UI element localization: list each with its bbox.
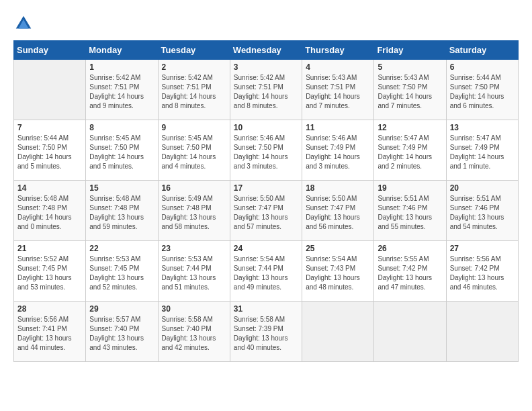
day-number: 7 [17,123,82,132]
day-info: Sunrise: 5:52 AM Sunset: 7:45 PM Dayligh… [17,255,82,292]
sunrise-label: Sunrise: 5:54 AM [306,255,357,263]
calendar-week-row: 28 Sunrise: 5:56 AM Sunset: 7:41 PM Dayl… [14,302,519,362]
column-header-sunday: Sunday [14,41,86,60]
day-number: 25 [306,244,370,253]
calendar-cell: 16 Sunrise: 5:49 AM Sunset: 7:48 PM Dayl… [158,181,230,241]
column-header-tuesday: Tuesday [158,41,230,60]
sunrise-label: Sunrise: 5:45 AM [89,134,140,142]
day-number: 27 [450,244,515,253]
sunrise-label: Sunrise: 5:53 AM [89,255,140,263]
sunrise-label: Sunrise: 5:44 AM [17,134,69,142]
day-info: Sunrise: 5:46 AM Sunset: 7:49 PM Dayligh… [306,134,370,171]
daylight-label: Daylight: 14 hours and 1 minute. [450,153,504,170]
sunset-label: Sunset: 7:50 PM [378,83,427,91]
daylight-label: Daylight: 14 hours and 8 minutes. [162,93,216,109]
day-number: 20 [450,183,515,193]
sunset-label: Sunset: 7:40 PM [89,325,139,332]
column-header-friday: Friday [374,41,446,60]
day-number: 28 [17,304,82,314]
sunset-label: Sunset: 7:51 PM [234,83,283,91]
day-number: 21 [17,244,82,253]
daylight-label: Daylight: 13 hours and 44 minutes. [17,334,72,351]
sunset-label: Sunset: 7:48 PM [89,204,139,212]
column-header-monday: Monday [86,41,158,60]
calendar-cell: 19 Sunrise: 5:51 AM Sunset: 7:46 PM Dayl… [374,181,446,241]
sunset-label: Sunset: 7:40 PM [162,325,212,332]
page-header [13,13,519,34]
calendar-cell: 26 Sunrise: 5:55 AM Sunset: 7:42 PM Dayl… [374,241,446,302]
sunrise-label: Sunrise: 5:48 AM [17,195,69,202]
calendar-cell: 4 Sunrise: 5:43 AM Sunset: 7:51 PM Dayli… [302,60,374,120]
sunset-label: Sunset: 7:49 PM [450,144,500,151]
calendar-cell: 14 Sunrise: 5:48 AM Sunset: 7:48 PM Dayl… [14,181,86,241]
daylight-label: Daylight: 13 hours and 58 minutes. [162,214,216,230]
sunrise-label: Sunrise: 5:42 AM [234,74,285,81]
sunset-label: Sunset: 7:50 PM [89,144,139,151]
day-number: 3 [234,62,298,72]
day-number: 4 [306,62,370,72]
sunset-label: Sunset: 7:50 PM [17,144,67,151]
sunset-label: Sunset: 7:48 PM [162,204,212,212]
day-info: Sunrise: 5:42 AM Sunset: 7:51 PM Dayligh… [234,73,298,111]
sunset-label: Sunset: 7:45 PM [17,265,67,272]
calendar-cell: 30 Sunrise: 5:58 AM Sunset: 7:40 PM Dayl… [158,302,230,362]
day-number: 24 [234,244,298,253]
calendar-week-row: 21 Sunrise: 5:52 AM Sunset: 7:45 PM Dayl… [14,241,519,302]
daylight-label: Daylight: 14 hours and 3 minutes. [306,153,360,170]
day-info: Sunrise: 5:56 AM Sunset: 7:42 PM Dayligh… [450,255,515,292]
sunset-label: Sunset: 7:51 PM [162,83,212,91]
calendar-cell: 10 Sunrise: 5:46 AM Sunset: 7:50 PM Dayl… [230,120,302,181]
calendar-cell [446,302,518,362]
day-info: Sunrise: 5:42 AM Sunset: 7:51 PM Dayligh… [89,73,154,111]
calendar-cell: 15 Sunrise: 5:48 AM Sunset: 7:48 PM Dayl… [86,181,158,241]
day-number: 17 [234,183,298,193]
day-info: Sunrise: 5:47 AM Sunset: 7:49 PM Dayligh… [450,134,515,171]
sunrise-label: Sunrise: 5:50 AM [306,195,357,202]
daylight-label: Daylight: 13 hours and 43 minutes. [89,334,144,351]
day-info: Sunrise: 5:44 AM Sunset: 7:50 PM Dayligh… [450,73,515,111]
calendar-cell [374,302,446,362]
day-number: 9 [162,123,226,132]
day-info: Sunrise: 5:55 AM Sunset: 7:42 PM Dayligh… [378,255,442,292]
calendar-cell: 12 Sunrise: 5:47 AM Sunset: 7:49 PM Dayl… [374,120,446,181]
sunset-label: Sunset: 7:47 PM [306,204,355,212]
day-number: 18 [306,183,370,193]
day-info: Sunrise: 5:49 AM Sunset: 7:48 PM Dayligh… [162,194,226,232]
daylight-label: Daylight: 14 hours and 9 minutes. [89,93,144,109]
sunset-label: Sunset: 7:49 PM [306,144,355,151]
sunrise-label: Sunrise: 5:44 AM [450,74,501,81]
sunrise-label: Sunrise: 5:56 AM [450,255,501,263]
calendar-week-row: 7 Sunrise: 5:44 AM Sunset: 7:50 PM Dayli… [14,120,519,181]
sunset-label: Sunset: 7:42 PM [378,265,427,272]
calendar-cell: 1 Sunrise: 5:42 AM Sunset: 7:51 PM Dayli… [86,60,158,120]
column-header-saturday: Saturday [446,41,518,60]
sunset-label: Sunset: 7:44 PM [234,265,283,272]
sunset-label: Sunset: 7:49 PM [378,144,427,151]
day-info: Sunrise: 5:58 AM Sunset: 7:39 PM Dayligh… [234,315,298,353]
sunrise-label: Sunrise: 5:57 AM [89,316,140,323]
column-header-thursday: Thursday [302,41,374,60]
column-header-wednesday: Wednesday [230,41,302,60]
daylight-label: Daylight: 13 hours and 56 minutes. [306,214,360,230]
daylight-label: Daylight: 13 hours and 54 minutes. [450,214,504,230]
day-number: 29 [89,304,154,314]
calendar-cell: 7 Sunrise: 5:44 AM Sunset: 7:50 PM Dayli… [14,120,86,181]
daylight-label: Daylight: 14 hours and 5 minutes. [89,153,144,170]
day-info: Sunrise: 5:50 AM Sunset: 7:47 PM Dayligh… [234,194,298,232]
day-number: 30 [162,304,226,314]
day-info: Sunrise: 5:46 AM Sunset: 7:50 PM Dayligh… [234,134,298,171]
calendar-cell: 25 Sunrise: 5:54 AM Sunset: 7:43 PM Dayl… [302,241,374,302]
sunrise-label: Sunrise: 5:54 AM [234,255,285,263]
day-info: Sunrise: 5:48 AM Sunset: 7:48 PM Dayligh… [17,194,82,232]
sunrise-label: Sunrise: 5:58 AM [234,316,285,323]
daylight-label: Daylight: 13 hours and 57 minutes. [234,214,288,230]
logo-icon [13,13,34,34]
day-number: 31 [234,304,298,314]
day-number: 10 [234,123,298,132]
sunset-label: Sunset: 7:43 PM [306,265,355,272]
daylight-label: Daylight: 13 hours and 53 minutes. [17,274,72,291]
calendar-cell: 6 Sunrise: 5:44 AM Sunset: 7:50 PM Dayli… [446,60,518,120]
calendar-cell [14,60,86,120]
calendar-cell: 11 Sunrise: 5:46 AM Sunset: 7:49 PM Dayl… [302,120,374,181]
sunrise-label: Sunrise: 5:51 AM [450,195,501,202]
